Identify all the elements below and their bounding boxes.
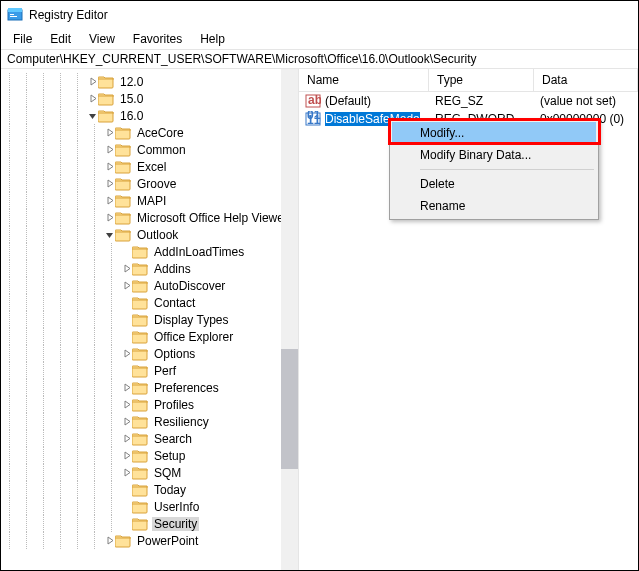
expand-expand-icon[interactable] (120, 280, 132, 292)
header-data[interactable]: Data (534, 69, 638, 91)
ctx-delete[interactable]: Delete (392, 173, 596, 195)
tree-item[interactable]: AddInLoadTimes (1, 243, 298, 260)
folder-icon (132, 330, 148, 344)
expand-expand-icon[interactable] (86, 93, 98, 105)
menu-bar: File Edit View Favorites Help (1, 29, 638, 49)
expand-expand-icon[interactable] (86, 76, 98, 88)
menu-view[interactable]: View (81, 30, 123, 48)
list-pane[interactable]: Name Type Data ab(Default)REG_SZ(value n… (299, 69, 638, 570)
folder-icon (115, 143, 131, 157)
tree-item[interactable]: 16.0 (1, 107, 298, 124)
scrollbar-thumb[interactable] (281, 349, 298, 469)
tree-item-label: PowerPoint (135, 534, 200, 548)
header-type[interactable]: Type (429, 69, 534, 91)
value-data: (value not set) (534, 94, 638, 108)
expand-collapse-icon[interactable] (86, 110, 98, 122)
tree-item[interactable]: SQM (1, 464, 298, 481)
expand-expand-icon[interactable] (120, 382, 132, 394)
tree-item[interactable]: Groove (1, 175, 298, 192)
header-name[interactable]: Name (299, 69, 429, 91)
expand-expand-icon (120, 297, 132, 309)
tree-item[interactable]: Options (1, 345, 298, 362)
tree-item-label: Addins (152, 262, 193, 276)
tree-item-label: Common (135, 143, 188, 157)
tree-item[interactable]: Contact (1, 294, 298, 311)
expand-expand-icon[interactable] (103, 212, 115, 224)
expand-expand-icon[interactable] (103, 178, 115, 190)
tree-item-label: SQM (152, 466, 183, 480)
ctx-rename[interactable]: Rename (392, 195, 596, 217)
tree-item[interactable]: Addins (1, 260, 298, 277)
expand-expand-icon[interactable] (120, 433, 132, 445)
tree-item[interactable]: Office Explorer (1, 328, 298, 345)
tree-item[interactable]: Security (1, 515, 298, 532)
expand-expand-icon[interactable] (120, 450, 132, 462)
value-row[interactable]: ab(Default)REG_SZ(value not set) (299, 92, 638, 110)
tree-item[interactable]: 15.0 (1, 90, 298, 107)
tree-item[interactable]: Setup (1, 447, 298, 464)
string-value-icon: ab (305, 93, 321, 109)
tree-item[interactable]: Excel (1, 158, 298, 175)
tree-item[interactable]: Profiles (1, 396, 298, 413)
folder-icon (115, 160, 131, 174)
tree-item[interactable]: MAPI (1, 192, 298, 209)
tree-item-label: AddInLoadTimes (152, 245, 246, 259)
svg-rect-3 (10, 16, 17, 17)
tree-item[interactable]: Search (1, 430, 298, 447)
tree-item[interactable]: Perf (1, 362, 298, 379)
ctx-separator (420, 169, 594, 170)
address-bar[interactable]: Computer\HKEY_CURRENT_USER\SOFTWARE\Micr… (1, 49, 638, 69)
folder-icon (132, 500, 148, 514)
tree-item[interactable]: Preferences (1, 379, 298, 396)
expand-collapse-icon[interactable] (103, 229, 115, 241)
window-title: Registry Editor (29, 8, 108, 22)
folder-icon (98, 75, 114, 89)
ctx-modify[interactable]: Modify... (392, 122, 596, 144)
title-bar: Registry Editor (1, 1, 638, 29)
tree-item[interactable]: Display Types (1, 311, 298, 328)
expand-expand-icon[interactable] (120, 399, 132, 411)
tree-item-label: Resiliency (152, 415, 211, 429)
svg-text:ab: ab (308, 93, 321, 107)
tree-item[interactable]: Resiliency (1, 413, 298, 430)
tree-item-label: Profiles (152, 398, 196, 412)
tree-item[interactable]: UserInfo (1, 498, 298, 515)
regedit-icon (7, 7, 23, 23)
folder-icon (132, 432, 148, 446)
ctx-modify-binary[interactable]: Modify Binary Data... (392, 144, 596, 166)
tree-item-label: Options (152, 347, 197, 361)
menu-favorites[interactable]: Favorites (125, 30, 190, 48)
folder-icon (132, 449, 148, 463)
tree-item[interactable]: 12.0 (1, 73, 298, 90)
folder-icon (132, 262, 148, 276)
menu-help[interactable]: Help (192, 30, 233, 48)
tree-item[interactable]: Common (1, 141, 298, 158)
menu-file[interactable]: File (5, 30, 40, 48)
expand-expand-icon[interactable] (103, 535, 115, 547)
expand-expand-icon[interactable] (103, 161, 115, 173)
tree-item[interactable]: Microsoft Office Help Viewer (1, 209, 298, 226)
tree-scrollbar[interactable] (281, 69, 298, 570)
folder-icon (98, 109, 114, 123)
expand-expand-icon[interactable] (120, 416, 132, 428)
tree-item[interactable]: Outlook (1, 226, 298, 243)
tree-item[interactable]: PowerPoint (1, 532, 298, 549)
expand-expand-icon[interactable] (103, 127, 115, 139)
folder-icon (132, 245, 148, 259)
folder-icon (132, 364, 148, 378)
tree-item[interactable]: AutoDiscover (1, 277, 298, 294)
tree-pane[interactable]: 12.015.016.0AceCoreCommonExcelGrooveMAPI… (1, 69, 299, 570)
tree-item-label: Preferences (152, 381, 221, 395)
expand-expand-icon[interactable] (120, 467, 132, 479)
expand-expand-icon[interactable] (103, 144, 115, 156)
context-menu: Modify... Modify Binary Data... Delete R… (389, 119, 599, 220)
folder-icon (115, 126, 131, 140)
expand-expand-icon[interactable] (120, 263, 132, 275)
expand-expand-icon[interactable] (120, 348, 132, 360)
tree-item[interactable]: AceCore (1, 124, 298, 141)
expand-expand-icon[interactable] (103, 195, 115, 207)
tree-item[interactable]: Today (1, 481, 298, 498)
folder-icon (115, 211, 131, 225)
menu-edit[interactable]: Edit (42, 30, 79, 48)
folder-icon (132, 466, 148, 480)
